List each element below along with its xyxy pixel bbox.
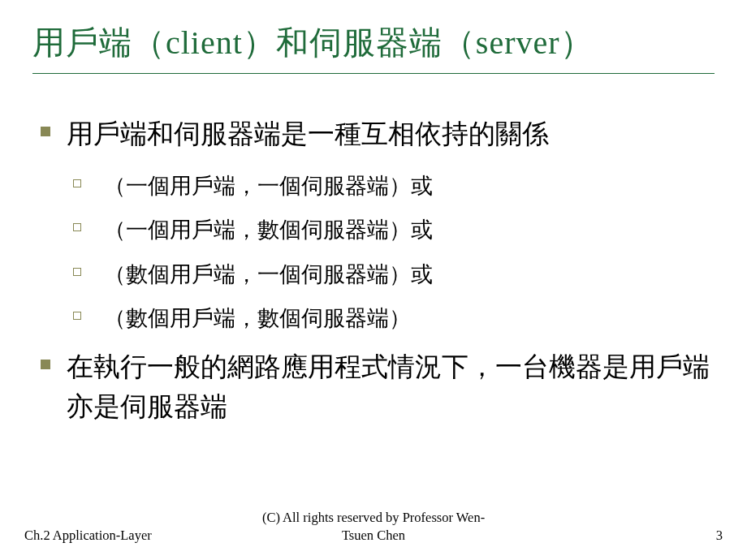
bullet-level-1: 用戶端和伺服器端是一種互相依持的關係 — [41, 114, 715, 155]
bullet-text: （一個用戶端，一個伺服器端）或 — [104, 170, 433, 203]
bullet-level-2: （數個用戶端，一個伺服器端）或 — [73, 258, 715, 291]
bullet-text: （數個用戶端，數個伺服器端） — [104, 302, 411, 335]
bullet-text: 用戶端和伺服器端是一種互相依持的關係 — [67, 114, 549, 155]
footer-copyright: (C) All rights reserved by Professor Wen… — [257, 509, 490, 544]
bullet-level-1: 在執行一般的網路應用程式情況下，一台機器是用戶端亦是伺服器端 — [41, 347, 715, 428]
bullet-text: （一個用戶端，數個伺服器端）或 — [104, 213, 433, 247]
bullet-text: 在執行一般的網路應用程式情況下，一台機器是用戶端亦是伺服器端 — [67, 347, 715, 428]
bullet-text: （數個用戶端，一個伺服器端）或 — [104, 258, 433, 291]
square-outline-icon — [73, 312, 81, 320]
slide-title: 用戶端（client）和伺服器端（server） — [32, 20, 715, 74]
square-outline-icon — [73, 268, 81, 276]
bullet-level-2: （一個用戶端，數個伺服器端）或 — [73, 213, 715, 247]
slide-container: 用戶端（client）和伺服器端（server） 用戶端和伺服器端是一種互相依持… — [0, 0, 747, 560]
square-outline-icon — [73, 179, 81, 187]
bullet-level-2: （數個用戶端，數個伺服器端） — [73, 302, 715, 335]
bullet-level-2: （一個用戶端，一個伺服器端）或 — [73, 170, 715, 203]
square-filled-icon — [41, 360, 50, 369]
slide-content: 用戶端和伺服器端是一種互相依持的關係 （一個用戶端，一個伺服器端）或 （一個用戶… — [32, 114, 715, 428]
square-filled-icon — [41, 127, 50, 136]
footer-page-number: 3 — [490, 528, 723, 544]
sub-bullet-group: （一個用戶端，一個伺服器端）或 （一個用戶端，數個伺服器端）或 （數個用戶端，一… — [41, 170, 715, 335]
footer-chapter: Ch.2 Application-Layer — [24, 528, 257, 544]
square-outline-icon — [73, 223, 81, 231]
slide-footer: Ch.2 Application-Layer (C) All rights re… — [0, 509, 747, 544]
